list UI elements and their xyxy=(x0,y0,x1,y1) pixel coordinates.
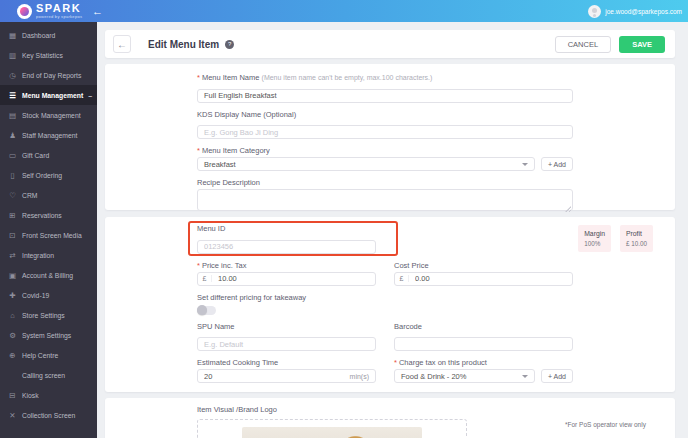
chevron-down-icon xyxy=(522,163,528,166)
back-button[interactable]: ← xyxy=(113,35,131,53)
cooking-time-field: Estimated Cooking Time min(s) xyxy=(197,359,376,383)
cancel-button[interactable]: CANCEL xyxy=(555,36,611,53)
save-button[interactable]: SAVE xyxy=(619,36,665,53)
profit-value: £ 10.00 xyxy=(626,240,647,247)
sidebar-item-account-billing[interactable]: ▣Account & Billing xyxy=(0,265,97,285)
sidebar-item-system-settings[interactable]: ⚙System Settings xyxy=(0,325,97,345)
sidebar-item-key-statistics[interactable]: ▥Key Statistics xyxy=(0,45,97,65)
required-marker: * xyxy=(197,146,200,155)
price-inc-tax-input[interactable] xyxy=(212,274,375,283)
menu-item-category-select[interactable]: Breakfast xyxy=(197,157,535,171)
item-visual-image xyxy=(242,427,422,438)
sidebar-item-covid-19[interactable]: ✚Covid-19 xyxy=(0,285,97,305)
sidebar-item-label: Calling screen xyxy=(22,372,65,379)
add-tax-button[interactable]: + Add xyxy=(541,369,573,383)
store-settings-icon: ⌂ xyxy=(8,311,17,320)
metrics: Margin 100% Profit £ 10.00 xyxy=(578,225,653,252)
sidebar-item-calling-screen[interactable]: Calling screen xyxy=(0,365,97,385)
sidebar-item-label: Front Screen Media xyxy=(22,232,82,239)
collection-screen-icon: ✕ xyxy=(8,411,17,420)
spu-name-label: SPU Name xyxy=(197,323,376,331)
sidebar-item-gift-card[interactable]: ▭Gift Card xyxy=(0,145,97,165)
menu-id-field: Menu ID xyxy=(197,225,376,254)
reservations-icon: ⊞ xyxy=(8,211,17,220)
takeaway-pricing-toggle[interactable] xyxy=(197,306,216,315)
avatar[interactable] xyxy=(588,5,601,18)
cost-price-label: Cost Price xyxy=(394,262,573,270)
user-email: joe.wood@sparkepos.com xyxy=(605,8,682,15)
spu-name-field: SPU Name xyxy=(197,323,376,352)
covid-19-icon: ✚ xyxy=(8,291,17,300)
sidebar-item-collection-screen[interactable]: ✕Collection Screen xyxy=(0,405,97,425)
menu-item-name-input[interactable] xyxy=(197,89,573,103)
page-header-card: ← Edit Menu Item ? CANCEL SAVE xyxy=(105,30,675,58)
spu-name-input[interactable] xyxy=(197,337,376,351)
sidebar-item-label: End of Day Reports xyxy=(22,72,81,79)
visual-note: *For PoS operator view only xyxy=(565,421,646,428)
menu-management-icon: ☰ xyxy=(8,91,17,100)
menu-item-category-field: *Menu Item Category Breakfast + Add xyxy=(197,147,573,171)
sidebar-item-staff-management[interactable]: ♟Staff Management xyxy=(0,125,97,145)
barcode-input[interactable] xyxy=(394,337,573,351)
sidebar-item-help-centre[interactable]: ⊕Help Centre xyxy=(0,345,97,365)
stock-management-icon: ▤ xyxy=(8,111,17,120)
kds-display-name-field: KDS Display Name (Optional) xyxy=(197,111,573,140)
menu-id-input[interactable] xyxy=(197,240,376,254)
collapse-icon: – xyxy=(88,92,92,99)
sidebar-item-integration[interactable]: ⇄Integration xyxy=(0,245,97,265)
sidebar-item-label: Key Statistics xyxy=(22,52,63,59)
dashboard-icon: ▦ xyxy=(8,31,17,40)
currency-prefix: £ xyxy=(395,275,409,282)
basics-card: *Menu Item Name (Menu item name can't be… xyxy=(105,64,675,210)
sidebar-item-end-of-day-reports[interactable]: ◷End of Day Reports xyxy=(0,65,97,85)
price-inc-tax-field: *Price inc. Tax £ xyxy=(197,262,376,286)
sidebar-item-dashboard[interactable]: ▦Dashboard xyxy=(0,25,97,45)
sidebar-item-label: Covid-19 xyxy=(22,292,49,299)
user-menu[interactable]: joe.wood@sparkepos.com xyxy=(588,0,682,22)
sidebar-item-stock-management[interactable]: ▤Stock Management xyxy=(0,105,97,125)
kds-display-name-label: KDS Display Name (Optional) xyxy=(197,111,573,119)
margin-label: Margin xyxy=(584,230,605,237)
spark-logo-icon xyxy=(17,4,32,19)
recipe-description-label: Recipe Description xyxy=(197,179,573,187)
recipe-description-textarea[interactable] xyxy=(197,189,573,211)
sidebar-item-front-screen-media[interactable]: ⊡Front Screen Media xyxy=(0,225,97,245)
sidebar-item-label: System Settings xyxy=(22,332,71,339)
menu-item-category-label: Menu Item Category xyxy=(202,146,270,155)
cost-price-input[interactable] xyxy=(409,274,572,283)
item-visual-upload-box[interactable] xyxy=(197,419,467,438)
sidebar-item-crm[interactable]: ♡CRM xyxy=(0,185,97,205)
sidebar-item-label: CRM xyxy=(22,192,37,199)
topbar-back-arrow-icon[interactable]: ← xyxy=(92,0,103,22)
help-centre-icon: ⊕ xyxy=(8,351,17,360)
account-billing-icon: ▣ xyxy=(8,271,17,280)
brand-name: SPARK xyxy=(36,3,82,14)
brand-logo: SPARK powered by sparkepos xyxy=(0,3,82,19)
sidebar-item-label: Stock Management xyxy=(22,112,81,119)
menu-item-name-field: *Menu Item Name (Menu item name can't be… xyxy=(197,74,573,103)
sidebar-item-self-ordering[interactable]: ▯Self Ordering xyxy=(0,165,97,185)
item-visual-label: Item Visual /Brand Logo xyxy=(197,406,573,414)
cooking-time-unit: min(s) xyxy=(350,373,375,380)
sidebar-item-kiosk[interactable]: ⊟Kiosk xyxy=(0,385,97,405)
sidebar-item-label: Kiosk xyxy=(22,392,39,399)
sidebar-item-reservations[interactable]: ⊞Reservations xyxy=(0,205,97,225)
menu-id-label: Menu ID xyxy=(197,225,376,233)
staff-management-icon: ♟ xyxy=(8,131,17,140)
charge-tax-select[interactable]: Food & Drink - 20% xyxy=(394,369,535,383)
help-badge[interactable]: ? xyxy=(225,40,234,49)
sidebar-item-label: Collection Screen xyxy=(22,412,75,419)
cooking-time-input[interactable] xyxy=(198,372,350,381)
currency-prefix: £ xyxy=(198,275,212,282)
sidebar-item-menu-management[interactable]: ☰Menu Management– xyxy=(0,85,97,105)
chevron-down-icon xyxy=(522,375,528,378)
kds-display-name-input[interactable] xyxy=(197,125,573,139)
sidebar-item-label: Dashboard xyxy=(22,32,55,39)
add-category-button[interactable]: + Add xyxy=(541,157,573,171)
topbar: SPARK powered by sparkepos ← joe.wood@sp… xyxy=(0,0,688,22)
sidebar-nav: ▦Dashboard▥Key Statistics◷End of Day Rep… xyxy=(0,22,97,438)
system-settings-icon: ⚙ xyxy=(8,331,17,340)
sidebar-item-store-settings[interactable]: ⌂Store Settings xyxy=(0,305,97,325)
sidebar-item-label: Staff Management xyxy=(22,132,77,139)
margin-box: Margin 100% xyxy=(578,225,611,252)
